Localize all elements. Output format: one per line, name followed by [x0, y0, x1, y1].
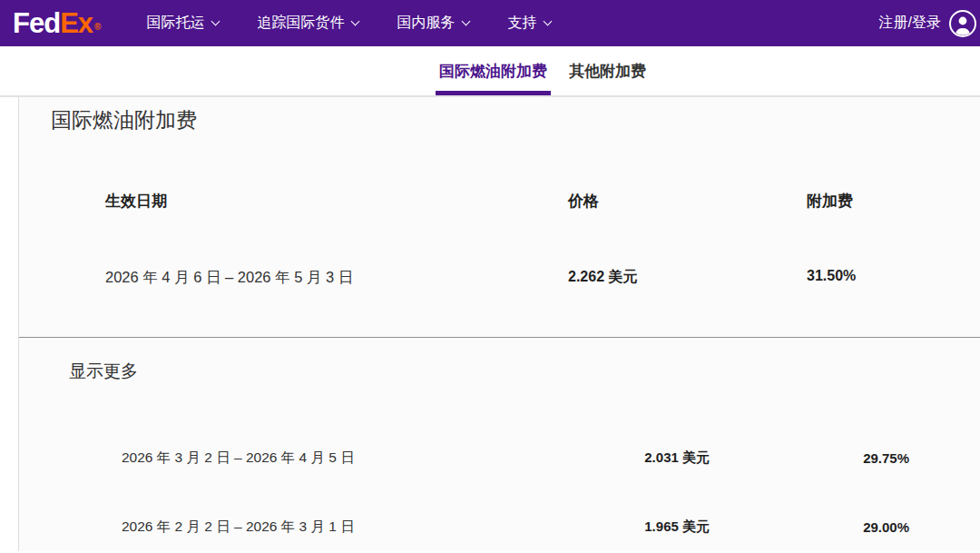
effective-date-value: 2026 年 4 月 6 日 – 2026 年 5 月 3 日: [105, 268, 568, 288]
table-row: 2026 年 2 月 2 日 – 2026 年 3 月 1 日 1.965 美元…: [122, 518, 909, 537]
effective-date-value: 2026 年 3 月 2 日 – 2026 年 4 月 5 日: [122, 449, 355, 468]
surcharge-tab-bar: 国际燃油附加费 其他附加费: [0, 46, 980, 97]
chevron-down-icon: [351, 16, 360, 25]
table-row: 2026 年 4 月 6 日 – 2026 年 5 月 3 日 2.262 美元…: [105, 268, 980, 288]
user-account-icon[interactable]: [948, 9, 977, 38]
section-divider: [19, 337, 980, 338]
show-more-toggle[interactable]: 显示更多: [69, 360, 138, 383]
nav-item-label: 国内服务: [397, 14, 455, 33]
nav-item-label: 支持: [507, 14, 536, 33]
tab-label: 国际燃油附加费: [439, 61, 547, 82]
effective-date-value: 2026 年 2 月 2 日 – 2026 年 3 月 1 日: [122, 518, 355, 537]
row-lead: 2026 年 2 月 2 日 – 2026 年 3 月 1 日 1.965 美元: [122, 518, 710, 537]
page-title: 国际燃油附加费: [19, 97, 980, 134]
price-value: 2.031 美元: [644, 449, 710, 467]
column-header-effective-date: 生效日期: [105, 191, 568, 212]
table-header-row: 生效日期 价格 附加费: [105, 191, 980, 212]
column-header-surcharge: 附加费: [807, 191, 980, 212]
tab-international-fuel-surcharge[interactable]: 国际燃油附加费: [436, 46, 551, 95]
surcharge-value: 29.00%: [710, 519, 909, 535]
logo-ex-text: Ex: [60, 7, 93, 39]
column-header-price: 价格: [568, 191, 807, 212]
table-row: 2026 年 3 月 2 日 – 2026 年 4 月 5 日 2.031 美元…: [122, 449, 909, 468]
logo-fed-text: Fed: [13, 7, 60, 39]
fuel-surcharge-panel: 国际燃油附加费 生效日期 价格 附加费 2026 年 4 月 6 日 – 202…: [18, 97, 980, 551]
price-value: 2.262 美元: [568, 268, 807, 288]
registered-trademark-icon: ®: [94, 22, 101, 32]
nav-item-label: 追踪国际货件: [257, 14, 344, 33]
top-nav-bar: FedEx® 国际托运 追踪国际货件 国内服务 支持 注册/登录: [0, 0, 980, 46]
nav-item-support[interactable]: 支持: [507, 14, 551, 33]
auth-area: 注册/登录: [879, 9, 980, 38]
nav-item-international-shipping[interactable]: 国际托运: [146, 14, 219, 33]
surcharge-value: 29.75%: [710, 450, 909, 466]
row-lead: 2026 年 3 月 2 日 – 2026 年 4 月 5 日 2.031 美元: [122, 449, 710, 468]
nav-item-domestic-services[interactable]: 国内服务: [397, 14, 469, 33]
tab-label: 其他附加费: [569, 61, 646, 82]
tab-other-surcharges[interactable]: 其他附加费: [565, 46, 650, 95]
fedex-logo[interactable]: FedEx®: [13, 9, 101, 37]
surcharge-value: 31.50%: [807, 268, 980, 288]
nav-item-track-international-shipment[interactable]: 追踪国际货件: [257, 14, 358, 33]
chevron-down-icon: [462, 16, 471, 25]
chevron-down-icon: [211, 16, 220, 25]
chevron-down-icon: [544, 16, 553, 25]
nav-item-label: 国际托运: [146, 14, 204, 33]
price-value: 1.965 美元: [644, 518, 710, 536]
register-login-link[interactable]: 注册/登录: [879, 14, 941, 33]
main-nav: 国际托运 追踪国际货件 国内服务 支持: [146, 14, 551, 33]
